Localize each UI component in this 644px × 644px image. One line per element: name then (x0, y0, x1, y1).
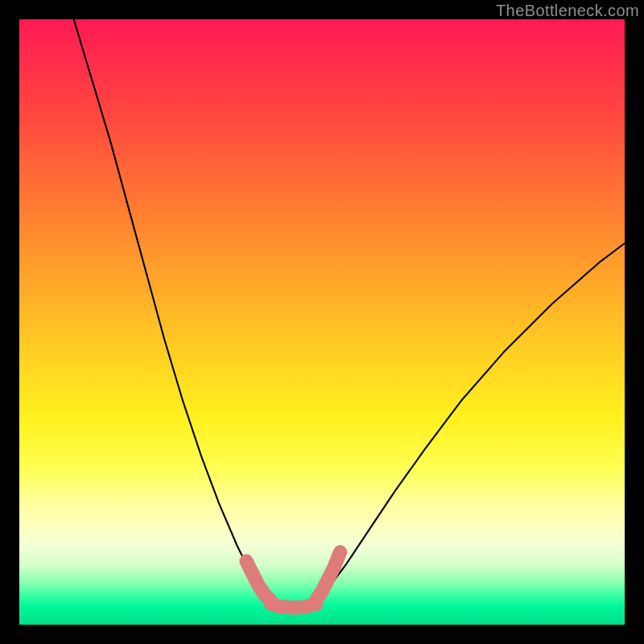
watermark-text: TheBottleneck.com (496, 2, 639, 20)
curve-layer (19, 19, 625, 625)
series-bottleneck-left (74, 19, 274, 601)
series-highlight-left-descent (246, 561, 270, 601)
series-highlight-right-ascent (316, 552, 340, 601)
chart-frame: TheBottleneck.com (0, 0, 644, 644)
series-highlight-valley-floor (270, 604, 316, 608)
series-bottleneck-right (316, 243, 625, 601)
